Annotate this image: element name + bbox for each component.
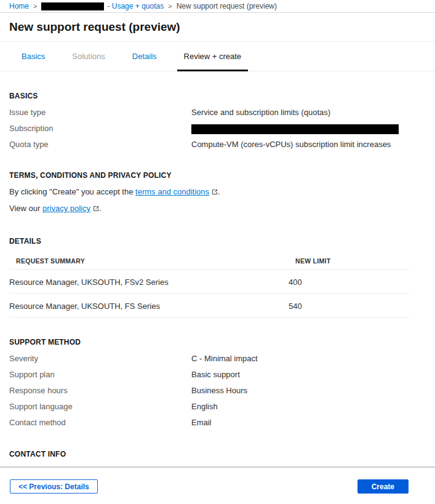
field-label: Issue type: [9, 108, 191, 117]
footer-bar: << Previous: Details Create: [0, 466, 435, 504]
support-row-response-hours: Response hours Business Hours: [9, 386, 426, 402]
tab-solutions[interactable]: Solutions: [72, 42, 105, 71]
contact-row-name: Contact name Gineesh Madapparambath: [9, 465, 426, 466]
table-row: Resource Manager, UKSOUTH, FSv2 Series 4…: [9, 270, 409, 294]
support-row-support-language: Support language English: [9, 402, 426, 418]
basics-row-issue-type: Issue type Service and subscription limi…: [9, 108, 426, 124]
section-title-contact-info: CONTACT INFO: [9, 450, 426, 458]
field-value: English: [191, 402, 218, 411]
breadcrumb-usage-quotas-link[interactable]: - Usage + quotas: [107, 2, 164, 10]
field-label: Contact method: [9, 418, 191, 427]
tab-bar: Basics Solutions Details Review + create: [0, 42, 435, 71]
field-label: Support plan: [9, 370, 191, 379]
table-header-row: REQUEST SUMMARY NEW LIMIT: [9, 257, 409, 270]
field-value: Service and subscription limits (quotas): [191, 108, 330, 117]
review-content: BASICS Issue type Service and subscripti…: [0, 71, 435, 466]
title-bar: New support request (preview): [0, 13, 435, 42]
tab-review-create[interactable]: Review + create: [184, 42, 242, 71]
column-header-new-limit: NEW LIMIT: [289, 257, 331, 265]
field-value: Basic support: [191, 370, 240, 379]
field-label: Support language: [9, 402, 191, 411]
field-value: Email: [191, 418, 212, 427]
terms-text: By clicking "Create" you accept the: [9, 187, 135, 196]
terms-text: .: [218, 187, 220, 196]
terms-text: .: [99, 204, 102, 213]
external-link-icon: [212, 188, 218, 198]
field-value: Compute-VM (cores-vCPUs) subscription li…: [191, 140, 391, 149]
field-value: Business Hours: [191, 386, 247, 395]
terms-line-2: View our privacy policy.: [9, 204, 426, 214]
support-method-rows: Severity C - Minimal impact Support plan…: [9, 354, 426, 434]
privacy-policy-link[interactable]: privacy policy: [42, 204, 90, 213]
field-label: Response hours: [9, 386, 191, 395]
terms-line-1: By clicking "Create" you accept the term…: [9, 187, 426, 198]
redacted-subscription-value: [191, 124, 399, 134]
tab-details[interactable]: Details: [132, 42, 157, 71]
field-label: Severity: [9, 354, 191, 363]
request-summary-table: REQUEST SUMMARY NEW LIMIT Resource Manag…: [9, 257, 409, 318]
tab-basics[interactable]: Basics: [22, 42, 45, 71]
new-limit-cell: 400: [289, 278, 302, 287]
section-title-basics: BASICS: [9, 92, 426, 100]
new-limit-cell: 540: [289, 302, 302, 311]
basics-row-subscription: Subscription: [9, 124, 426, 140]
section-title-terms: TERMS, CONDITIONS AND PRIVACY POLICY: [9, 171, 426, 180]
request-summary-cell: Resource Manager, UKSOUTH, FSv2 Series: [9, 278, 289, 287]
basics-rows: Issue type Service and subscription limi…: [9, 108, 426, 156]
breadcrumb-separator: >: [33, 2, 37, 10]
breadcrumb-home-link[interactable]: Home: [9, 2, 29, 10]
external-link-icon: [93, 204, 99, 214]
support-request-page: Home > - Usage + quotas > New support re…: [0, 0, 435, 504]
terms-text: View our: [9, 204, 42, 213]
breadcrumb-separator: >: [168, 2, 172, 10]
support-row-support-plan: Support plan Basic support: [9, 370, 426, 386]
field-label: Quota type: [9, 140, 191, 149]
previous-details-button[interactable]: << Previous: Details: [10, 479, 98, 494]
field-label: Contact name: [9, 465, 191, 466]
table-row: Resource Manager, UKSOUTH, FS Series 540: [9, 294, 409, 318]
create-button[interactable]: Create: [357, 479, 409, 494]
contact-info-rows: Contact name Gineesh Madapparambath: [9, 465, 426, 466]
support-row-severity: Severity C - Minimal impact: [9, 354, 426, 370]
request-summary-cell: Resource Manager, UKSOUTH, FS Series: [9, 302, 289, 311]
field-value: C - Minimal impact: [191, 354, 258, 363]
breadcrumb: Home > - Usage + quotas > New support re…: [0, 0, 435, 13]
section-title-support-method: SUPPORT METHOD: [9, 338, 426, 346]
support-row-contact-method: Contact method Email: [9, 418, 426, 434]
page-title: New support request (preview): [9, 20, 180, 34]
breadcrumb-current-page: New support request (preview): [177, 2, 277, 10]
field-value: Gineesh Madapparambath: [191, 465, 286, 466]
redacted-subscription-name: [41, 2, 104, 10]
terms-and-conditions-link[interactable]: terms and conditions: [135, 187, 209, 196]
section-title-details: DETAILS: [9, 237, 426, 246]
column-header-request-summary: REQUEST SUMMARY: [9, 257, 289, 265]
basics-row-quota-type: Quota type Compute-VM (cores-vCPUs) subs…: [9, 140, 426, 156]
field-label: Subscription: [9, 124, 191, 133]
